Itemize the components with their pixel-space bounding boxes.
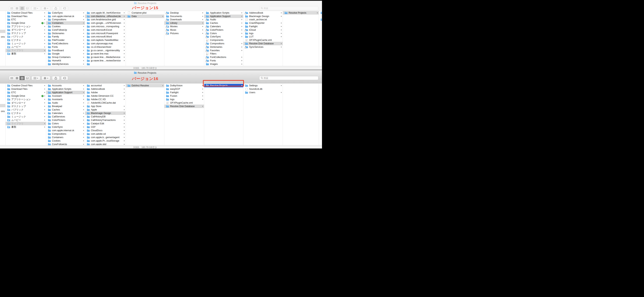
file-row[interactable]: com.adobe.xd [85, 132, 126, 136]
file-row[interactable]: Caches [46, 108, 85, 112]
file-row[interactable]: Blackmagic Design [85, 112, 126, 115]
file-row[interactable]: ∞Creative Cloud Files [6, 84, 46, 87]
file-row[interactable]: ∞Creative Cloud Files [6, 11, 46, 14]
file-row[interactable]: Google [46, 52, 85, 56]
file-row[interactable] [319, 18, 322, 22]
file-row[interactable]: ▢デスクトップ [6, 104, 46, 108]
file-row[interactable]: ↗Favorites [204, 49, 243, 52]
file-label[interactable]: ons [1, 110, 5, 112]
file-row[interactable]: Compositions [46, 18, 85, 22]
search-input[interactable] [264, 77, 318, 80]
file-row[interactable]: ↓ダウンロード [6, 28, 46, 32]
file-row[interactable]: Download Files [6, 87, 46, 91]
file-row[interactable]: Adobe Dimension CC [85, 94, 126, 98]
file-row[interactable]: Resolve Projects [283, 11, 319, 14]
file-row[interactable]: ▲Google Drive✓ [6, 21, 46, 25]
file-row[interactable]: com.blackma...ciResolveLite [85, 14, 126, 18]
file-row[interactable]: com.feralinteractive.grid [85, 18, 126, 22]
file-row[interactable]: Containers [46, 136, 85, 139]
file-row[interactable]: Documents [164, 14, 204, 18]
tag-button[interactable] [61, 6, 68, 10]
file-row[interactable]: ↗AddressBook [243, 11, 283, 14]
list-view-button[interactable] [14, 6, 20, 10]
file-row[interactable]: Containers [46, 21, 85, 25]
file-row[interactable]: ▲Google Drive✓ [6, 94, 46, 98]
file-row[interactable]: XMLOFXPluginCache.xml [164, 101, 204, 104]
file-row[interactable]: Aアプリケーション [6, 98, 46, 101]
search-field[interactable] [259, 6, 318, 10]
file-row[interactable]: SoundLib.db [243, 87, 283, 91]
file-row[interactable]: Blackmagic Design [243, 14, 283, 18]
file-row[interactable]: ↓ダウンロード [6, 101, 46, 104]
file-row[interactable]: CrashReporter [243, 21, 283, 25]
file-row[interactable]: jp.naver.line....reviewService [85, 59, 126, 62]
file-row[interactable]: Application Support [46, 91, 85, 94]
file-row[interactable]: Accounts [46, 84, 85, 87]
file-row[interactable]: FileProvider [46, 38, 85, 42]
file-row[interactable]: ▦ムービー [6, 45, 46, 49]
file-row[interactable]: FontCollections [46, 42, 85, 45]
file-row[interactable]: crash_archive.txt [243, 18, 283, 22]
action-button[interactable] [42, 6, 50, 10]
file-row[interactable]: com.microsoft.Excel [85, 28, 126, 32]
file-row[interactable]: ↗Filters [204, 52, 243, 56]
file-row[interactable]: LUT [243, 35, 283, 38]
file-row[interactable]: Users [243, 91, 283, 94]
file-row[interactable]: Resolve Disk Database [243, 42, 283, 45]
icon-view-button[interactable] [9, 76, 14, 80]
share-button[interactable] [52, 6, 60, 10]
file-row[interactable]: CEF [85, 125, 126, 129]
file-row[interactable]: ♪ミュージック [6, 115, 46, 118]
file-row[interactable] [319, 14, 322, 18]
file-row[interactable]: com.apple.Pr...loudStorage [85, 139, 126, 142]
file-row[interactable]: ↗Fonts [204, 59, 243, 62]
file-row[interactable]: DolbyVision [164, 84, 204, 87]
file-row[interactable]: ETC [6, 91, 46, 94]
file-row[interactable]: Assistants [46, 98, 85, 101]
file-row[interactable]: com.apple.b...gementagent [85, 136, 126, 139]
file-row[interactable]: ↗ColorPickers [204, 28, 243, 32]
file-row[interactable]: Catalyst Edit [85, 122, 126, 125]
icon-view-button[interactable] [9, 6, 14, 10]
file-row[interactable]: CloudDocs [85, 129, 126, 132]
file-row[interactable]: ▢デスクトップ [6, 32, 46, 35]
file-row[interactable]: ↗iCloud [243, 28, 283, 32]
file-row[interactable]: jp.naver.line.mac [85, 52, 126, 56]
file-row[interactable]: Application Support [204, 14, 243, 18]
file-row[interactable]: ↗FontCollections [204, 56, 243, 59]
file-row[interactable]: DaVinci Resolve [126, 84, 164, 87]
file-row[interactable]: Cookies [46, 139, 85, 142]
file-row[interactable] [319, 11, 322, 14]
file-row[interactable]: logs [243, 32, 283, 35]
file-row[interactable]: ♪↗Music [164, 28, 204, 32]
file-row[interactable]: CoreFollowUp [46, 28, 85, 32]
file-row[interactable] [0, 104, 5, 107]
file-row[interactable]: Caches [204, 21, 243, 25]
search-input[interactable] [264, 7, 318, 10]
file-row[interactable] [85, 62, 126, 66]
action-button[interactable] [42, 76, 50, 80]
file-row[interactable]: Assistant [46, 94, 85, 98]
file-label[interactable]: ons [1, 36, 5, 38]
coverflow-view-button[interactable] [25, 6, 30, 10]
file-row[interactable]: Library [164, 21, 204, 25]
titlebar[interactable]: Resolve Projects [0, 1, 322, 5]
file-row[interactable]: Cookies [46, 25, 85, 28]
file-row[interactable]: Family [46, 35, 85, 38]
column-view-button[interactable] [20, 76, 25, 80]
file-row[interactable]: com.microso...rrorreporting [85, 25, 126, 28]
titlebar[interactable]: Resolve Projects [0, 70, 322, 75]
file-row[interactable]: com.apple.W...herKitService [85, 11, 126, 14]
file-row[interactable]: com.apple.sbd [85, 142, 126, 145]
file-row[interactable]: CallServices [46, 115, 85, 118]
file-row[interactable]: HomeKit [46, 59, 85, 62]
file-row[interactable]: com.apple.internal.ck [46, 14, 85, 18]
file-row[interactable]: Container.plist [126, 11, 164, 14]
file-row[interactable]: Settings [243, 84, 283, 87]
file-row[interactable]: Fairlight [164, 91, 204, 94]
file-row[interactable]: cx.c3.theunarchiver [85, 45, 126, 49]
file-row[interactable]: ↗Colors [204, 32, 243, 35]
file-row[interactable]: Fusion [164, 94, 204, 98]
file-row[interactable]: Dictionaries [46, 32, 85, 35]
search-field[interactable] [259, 76, 318, 80]
